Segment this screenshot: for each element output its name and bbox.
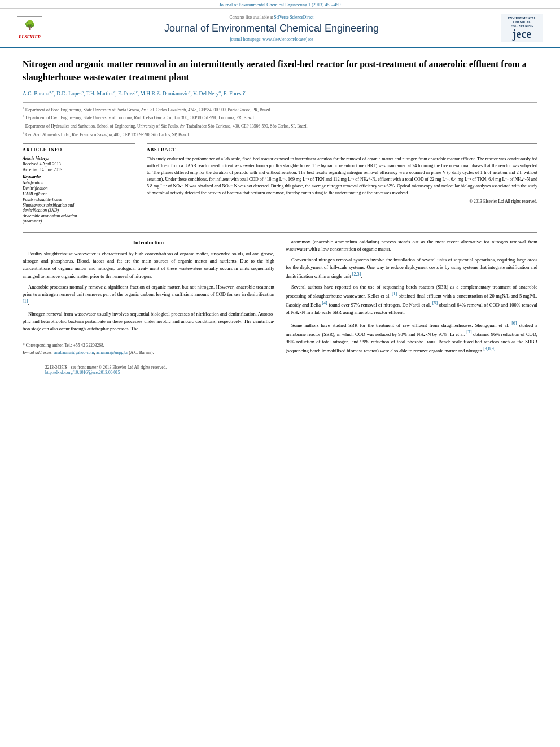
accepted-date: Accepted 14 June 2013 xyxy=(23,167,135,172)
ref-4[interactable]: [4] xyxy=(322,300,327,305)
ref-6[interactable]: [6] xyxy=(511,321,517,326)
keyword-2: Denitrification xyxy=(23,186,135,191)
jlb-top-text: ENVIRONMENTALCHEMICALENGINEERING xyxy=(504,16,540,28)
introduction-heading: Introduction xyxy=(23,238,274,247)
authors-line: A.C. Baranaa,*, D.D. Lopesb, T.H. Martin… xyxy=(23,89,537,98)
footnote-corresponding: * Corresponding author. Tel.: +55 42 322… xyxy=(23,342,274,349)
homepage-label: journal homepage: xyxy=(230,37,261,42)
affil-a: a Department of Food Engineering, State … xyxy=(23,105,537,113)
email-1[interactable]: anabarana@yahoo.com xyxy=(54,350,94,355)
keywords-list: Nitrification Denitrification UASB efflu… xyxy=(23,180,135,224)
bottom-bar: 2213-3437/$ – see front matter © 2013 El… xyxy=(23,362,537,377)
journal-header: 🌳 ELSEVIER Contents lists available at S… xyxy=(0,9,560,48)
intro-para-2: Anaerobic processes normally remove a si… xyxy=(23,283,274,307)
paper-body: Nitrogen and organic matter removal in a… xyxy=(0,48,560,388)
footnote-section: * Corresponding author. Tel.: +55 42 322… xyxy=(23,339,274,356)
abstract-panel: ABSTRACT This study evaluated the perfor… xyxy=(147,143,537,224)
affil-b: b Department of Civil Engineering, State… xyxy=(23,113,537,121)
journal-homepage: journal homepage: www.elsevier.com/locat… xyxy=(54,37,489,42)
right-para-3: Several authors have reported on the use… xyxy=(286,283,537,316)
article-info-panel: ARTICLE INFO Article history: Received 4… xyxy=(23,143,135,224)
keywords-label: Keywords: xyxy=(23,174,135,180)
article-info-heading: ARTICLE INFO xyxy=(23,147,135,152)
paper-title: Nitrogen and organic matter removal in a… xyxy=(23,58,537,84)
ref-5[interactable]: [5] xyxy=(432,300,438,305)
history-label: Article history: xyxy=(23,156,135,161)
left-column: Introduction Poultry slaughterhouse wast… xyxy=(23,238,274,358)
jlb-abbr: jece xyxy=(504,28,540,40)
sciverse-link[interactable]: SciVerse ScienceDirect xyxy=(274,15,313,20)
author-damianovic: M.H.R.Z. Damianovic xyxy=(141,91,189,97)
homepage-url[interactable]: www.elsevier.com/locate/jece xyxy=(262,37,313,42)
ref-2-3[interactable]: [2,3] xyxy=(352,272,361,277)
contents-available-text: Contents lists available at xyxy=(230,15,273,20)
intro-para-3: Nitrogen removal from wastewater usually… xyxy=(23,311,274,333)
email-2[interactable]: acharana@uepg.br xyxy=(96,350,128,355)
intro-para-1: Poultry slaughterhouse wastewater is cha… xyxy=(23,250,274,280)
affil-d: d Céu Azul Alimentos Ltda., Rua Francisc… xyxy=(23,130,537,138)
affiliations-block: a Department of Food Engineering, State … xyxy=(23,102,537,138)
keyword-1: Nitrification xyxy=(23,180,135,185)
journal-citation-bar: Journal of Environmental Chemical Engine… xyxy=(0,0,560,9)
journal-title: Journal of Environmental Chemical Engine… xyxy=(54,22,489,35)
journal-citation: Journal of Environmental Chemical Engine… xyxy=(220,2,341,7)
copyright-line: © 2013 Elsevier Ltd All rights reserved. xyxy=(147,199,537,204)
sciverse-line: Contents lists available at SciVerse Sci… xyxy=(54,15,489,20)
author-pozzi: E. Pozzi xyxy=(118,91,136,97)
affil-c: c Department of Hydraulics and Sanitatio… xyxy=(23,121,537,129)
keyword-3: UASB effluent xyxy=(23,191,135,196)
right-column: anammox (anaerobic ammonium oxidation) p… xyxy=(286,238,537,358)
keyword-4: Poultry slaughterhouse xyxy=(23,197,135,202)
main-content: Introduction Poultry slaughterhouse wast… xyxy=(23,232,537,358)
ref-keller[interactable]: [1] xyxy=(392,291,397,296)
author-martins: T.H. Martins xyxy=(86,91,114,97)
right-para-4: Some authors have studied SBR for the tr… xyxy=(286,320,537,355)
author-barana: A.C. Barana xyxy=(23,91,49,97)
received-date: Received 4 April 2013 xyxy=(23,161,135,167)
elsevier-logo: 🌳 ELSEVIER xyxy=(17,16,42,40)
right-para-2: Conventional nitrogen removal systems in… xyxy=(286,256,537,280)
author-foresti: E. Foresti xyxy=(224,91,244,97)
right-para-1: anammox (anaerobic ammonium oxidation) p… xyxy=(286,238,537,253)
journal-center-header: Contents lists available at SciVerse Sci… xyxy=(42,15,501,42)
author-lopes: D.D. Lopes xyxy=(56,91,81,97)
doi-link[interactable]: http://dx.doi.org/10.1016/j.jece.2013.06… xyxy=(45,370,120,375)
keyword-6: Anaerobic ammonium oxidation(anammox) xyxy=(23,213,135,224)
email-owner: (A.C. Barana). xyxy=(129,350,154,355)
ref-1[interactable]: [1] xyxy=(23,299,28,304)
doi-line[interactable]: http://dx.doi.org/10.1016/j.jece.2013.06… xyxy=(45,370,515,375)
elsevier-label: ELSEVIER xyxy=(19,34,41,40)
journal-logo-right: ENVIRONMENTALCHEMICALENGINEERING jece xyxy=(501,14,543,42)
keyword-5: Simultaneous nitrification anddenitrific… xyxy=(23,203,135,213)
footnote-emails: E-mail addresses: anabarana@yahoo.com, a… xyxy=(23,350,274,356)
ref-7[interactable]: [7] xyxy=(466,330,471,335)
article-info-abstract: ARTICLE INFO Article history: Received 4… xyxy=(23,143,537,224)
abstract-text: This study evaluated the performance of … xyxy=(147,156,537,196)
issn-line: 2213-3437/$ – see front matter © 2013 El… xyxy=(45,365,515,370)
ref-3-8-9[interactable]: [3,8,9] xyxy=(483,346,495,351)
elsevier-tree-icon: 🌳 xyxy=(17,16,42,33)
author-delnery: V. Del Nery xyxy=(193,91,218,97)
email-label: E-mail addresses: xyxy=(23,350,53,355)
abstract-heading: ABSTRACT xyxy=(147,147,537,152)
